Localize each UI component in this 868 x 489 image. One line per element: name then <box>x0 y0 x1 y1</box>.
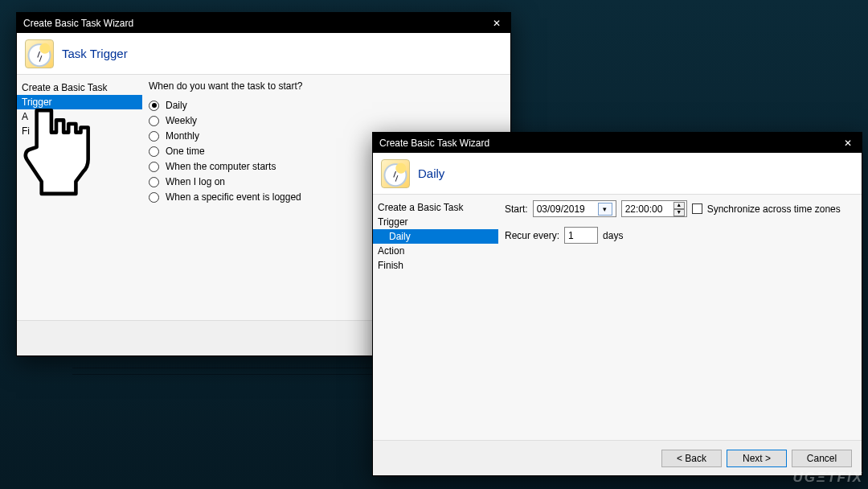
spin-up-icon: ▲ <box>674 202 685 209</box>
calendar-dropdown-icon[interactable]: ▾ <box>598 203 612 216</box>
sidebar-item-create[interactable]: Create a Basic Task <box>17 80 142 95</box>
spin-down-icon: ▼ <box>674 209 685 216</box>
close-icon[interactable]: ✕ <box>839 138 857 149</box>
close-icon[interactable]: ✕ <box>488 18 506 29</box>
radio-icon <box>149 146 159 157</box>
trigger-prompt: When do you want the task to start? <box>149 80 501 92</box>
next-button[interactable]: Next > <box>727 450 787 467</box>
radio-daily[interactable]: Daily <box>149 100 501 111</box>
radio-icon <box>149 177 159 187</box>
window-title: Create Basic Task Wizard <box>23 18 133 29</box>
start-label: Start: <box>505 203 528 215</box>
time-spinner[interactable]: ▲▼ <box>674 202 685 216</box>
sidebar-item-daily[interactable]: Daily <box>373 229 498 244</box>
sidebar-item-trigger[interactable]: Trigger <box>17 95 142 109</box>
banner: Task Trigger <box>17 33 510 75</box>
sidebar-item-action-truncated[interactable]: A <box>17 109 142 124</box>
sidebar-item-trigger[interactable]: Trigger <box>373 215 498 229</box>
start-date-input[interactable]: 03/09/2019 ▾ <box>533 200 616 217</box>
sync-timezones-checkbox[interactable] <box>692 203 702 214</box>
radio-icon <box>149 131 159 142</box>
banner-title: Daily <box>418 166 444 180</box>
sidebar-item-finish-truncated[interactable]: Fi <box>17 124 142 138</box>
titlebar[interactable]: Create Basic Task Wizard ✕ <box>17 13 510 33</box>
radio-weekly[interactable]: Weekly <box>149 115 501 126</box>
recur-days-input[interactable] <box>564 227 598 244</box>
back-button[interactable]: < Back <box>661 450 722 467</box>
content-pane: Start: 03/09/2019 ▾ 22:00:00 ▲▼ Synchron… <box>498 195 862 440</box>
radio-icon <box>149 162 159 172</box>
recur-unit: days <box>603 230 623 241</box>
banner: Daily <box>373 153 862 195</box>
sync-timezones-label: Synchronize across time zones <box>707 203 841 215</box>
wizard-window-daily: Create Basic Task Wizard ✕ Daily Create … <box>372 132 862 476</box>
wizard-steps-sidebar: Create a Basic Task Trigger Daily Action… <box>373 195 498 440</box>
sidebar-item-action[interactable]: Action <box>373 244 498 258</box>
cancel-button[interactable]: Cancel <box>792 450 852 467</box>
sidebar-item-finish[interactable]: Finish <box>373 258 498 273</box>
titlebar[interactable]: Create Basic Task Wizard ✕ <box>373 133 862 153</box>
task-scheduler-icon <box>25 39 54 68</box>
wizard-steps-sidebar: Create a Basic Task Trigger A Fi <box>17 75 142 320</box>
wizard-footer: < Back Next > Cancel <box>373 440 862 475</box>
radio-icon <box>149 116 159 126</box>
radio-icon <box>149 101 159 111</box>
radio-icon <box>149 192 159 203</box>
sidebar-item-create[interactable]: Create a Basic Task <box>373 200 498 215</box>
start-time-input[interactable]: 22:00:00 ▲▼ <box>621 200 687 217</box>
window-title: Create Basic Task Wizard <box>379 138 489 149</box>
recur-label: Recur every: <box>505 230 559 241</box>
banner-title: Task Trigger <box>62 47 128 60</box>
task-scheduler-icon <box>381 159 410 188</box>
watermark: UGΞTFIX <box>792 470 863 486</box>
